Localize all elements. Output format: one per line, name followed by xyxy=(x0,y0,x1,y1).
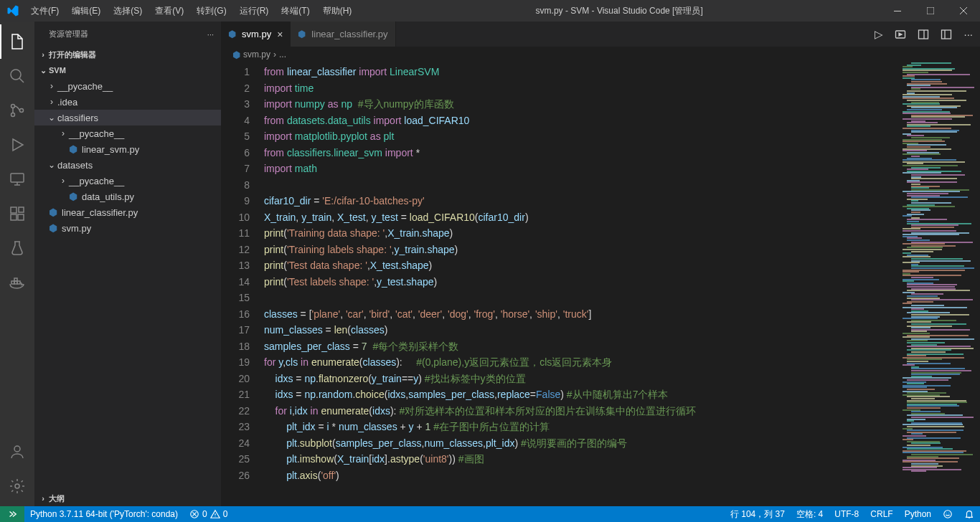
svg-rect-14 xyxy=(14,278,17,281)
svg-point-3 xyxy=(11,105,15,108)
menu-bar: 文件(F) 编辑(E) 选择(S) 查看(V) 转到(G) 运行(R) 终端(T… xyxy=(25,0,357,22)
explorer-icon[interactable] xyxy=(0,24,34,59)
chevron-right-icon: › xyxy=(273,49,276,60)
sidebar-header: 资源管理器 ··· xyxy=(34,22,221,47)
file-linear-classifier[interactable]: ⬢linear_classifier.py xyxy=(34,204,221,220)
folder-pycache[interactable]: ›__pycache__ xyxy=(34,78,221,94)
run-debug-icon[interactable] xyxy=(0,128,34,162)
tab-linear-classifier[interactable]: ⬢ linear_classifier.py xyxy=(291,22,395,47)
svg-rect-9 xyxy=(18,214,24,220)
file-data-utils[interactable]: ⬢data_utils.py xyxy=(34,189,221,204)
folder-datasets-pycache[interactable]: ›__pycache__ xyxy=(34,173,221,189)
menu-view[interactable]: 查看(V) xyxy=(149,0,189,22)
breadcrumb-more: ... xyxy=(279,49,286,60)
minimize-button[interactable] xyxy=(881,0,914,22)
svg-point-4 xyxy=(11,113,15,117)
svg-point-21 xyxy=(944,511,952,518)
editor-tabs: ⬢ svm.py × ⬢ linear_classifier.py ▷ ··· xyxy=(221,22,980,47)
outline-section[interactable]: ›大纲 xyxy=(34,490,221,506)
file-linear-svm[interactable]: ⬢linear_svm.py xyxy=(34,141,221,157)
svg-point-15 xyxy=(14,446,20,452)
remote-explorer-icon[interactable] xyxy=(0,162,34,196)
split-right-icon[interactable] xyxy=(918,29,929,40)
svg-rect-19 xyxy=(942,30,951,39)
source-control-icon[interactable] xyxy=(0,93,34,128)
close-button[interactable] xyxy=(947,0,980,22)
project-section[interactable]: ⌄SVM xyxy=(34,62,221,78)
explorer-sidebar: 资源管理器 ··· ›打开的编辑器 ⌄SVM ›__pycache__ ›.id… xyxy=(34,22,221,506)
activity-bar xyxy=(0,22,34,506)
maximize-button[interactable] xyxy=(914,0,947,22)
status-bar: Python 3.7.11 64-bit ('PyTorch': conda) … xyxy=(0,506,980,522)
line-numbers: 1234567891011121314151617181920212223242… xyxy=(221,62,264,506)
vscode-logo-icon xyxy=(0,4,25,17)
file-tree: ›__pycache__ ›.idea ⌄classifiers ›__pyca… xyxy=(34,78,221,490)
menu-go[interactable]: 转到(G) xyxy=(191,0,232,22)
tab-svm[interactable]: ⬢ svm.py × xyxy=(221,22,291,47)
svg-point-16 xyxy=(15,484,19,488)
svg-rect-8 xyxy=(11,214,17,220)
accounts-icon[interactable] xyxy=(0,435,34,469)
folder-classifiers-pycache[interactable]: ›__pycache__ xyxy=(34,125,221,141)
tab-label: svm.py xyxy=(242,29,271,39)
docker-icon[interactable] xyxy=(0,265,34,300)
folder-datasets[interactable]: ⌄datasets xyxy=(34,157,221,173)
indent-button[interactable]: 空格: 4 xyxy=(791,506,829,522)
folder-classifiers[interactable]: ⌄classifiers xyxy=(34,110,221,125)
folder-idea[interactable]: ›.idea xyxy=(34,94,221,110)
extensions-icon[interactable] xyxy=(0,196,34,231)
svg-point-2 xyxy=(11,70,21,80)
cursor-position[interactable]: 行 104，列 37 xyxy=(725,506,791,522)
sidebar-title: 资源管理器 xyxy=(49,29,88,39)
settings-icon[interactable] xyxy=(0,469,34,503)
encoding-button[interactable]: UTF-8 xyxy=(829,506,864,522)
python-file-icon: ⬢ xyxy=(228,29,236,39)
python-file-icon: ⬢ xyxy=(69,191,77,202)
svg-point-5 xyxy=(20,109,24,113)
svg-rect-7 xyxy=(11,207,17,213)
eol-button[interactable]: CRLF xyxy=(864,506,898,522)
problems-button[interactable]: 0 0 xyxy=(184,506,233,522)
notifications-icon[interactable] xyxy=(958,506,980,522)
more-icon[interactable]: ··· xyxy=(963,28,973,40)
testing-icon[interactable] xyxy=(0,231,34,265)
breadcrumb[interactable]: ⬢ svm.py › ... xyxy=(221,47,980,62)
layout-icon[interactable] xyxy=(941,29,952,40)
menu-run[interactable]: 运行(R) xyxy=(234,0,275,22)
editor-area: ⬢ svm.py × ⬢ linear_classifier.py ▷ ··· … xyxy=(221,22,980,506)
menu-file[interactable]: 文件(F) xyxy=(25,0,65,22)
code-editor[interactable]: from linear_classifier import LinearSVMi… xyxy=(264,62,901,506)
menu-edit[interactable]: 编辑(E) xyxy=(66,0,106,22)
menu-help[interactable]: 帮助(H) xyxy=(317,0,358,22)
minimap[interactable] xyxy=(901,62,980,506)
tab-label: linear_classifier.py xyxy=(311,29,387,39)
title-bar: 文件(F) 编辑(E) 选择(S) 查看(V) 转到(G) 运行(R) 终端(T… xyxy=(0,0,980,22)
svg-rect-1 xyxy=(927,7,934,14)
feedback-icon[interactable] xyxy=(937,506,958,522)
open-editors-section[interactable]: ›打开的编辑器 xyxy=(34,47,221,62)
window-title: svm.py - SVM - Visual Studio Code [管理员] xyxy=(357,5,881,17)
remote-button[interactable] xyxy=(0,506,24,522)
python-file-icon: ⬢ xyxy=(49,222,57,234)
menu-selection[interactable]: 选择(S) xyxy=(108,0,148,22)
close-tab-icon[interactable]: × xyxy=(277,29,283,40)
play-last-icon[interactable] xyxy=(895,29,906,40)
python-file-icon: ⬢ xyxy=(49,207,57,218)
python-interpreter[interactable]: Python 3.7.11 64-bit ('PyTorch': conda) xyxy=(24,506,184,522)
python-file-icon: ⬢ xyxy=(298,29,306,39)
more-icon[interactable]: ··· xyxy=(207,30,214,39)
editor-actions: ▷ ··· xyxy=(875,22,980,47)
svg-rect-18 xyxy=(919,30,928,39)
menu-terminal[interactable]: 终端(T) xyxy=(275,0,315,22)
breadcrumb-file: svm.py xyxy=(243,49,270,60)
svg-rect-10 xyxy=(19,207,24,212)
window-controls xyxy=(881,0,980,22)
file-svm[interactable]: ⬢svm.py xyxy=(34,220,221,236)
svg-rect-6 xyxy=(11,174,24,182)
language-button[interactable]: Python xyxy=(899,506,937,522)
python-file-icon: ⬢ xyxy=(232,49,240,60)
svg-rect-0 xyxy=(894,11,901,11)
run-icon[interactable]: ▷ xyxy=(875,28,883,41)
python-file-icon: ⬢ xyxy=(69,143,77,155)
search-icon[interactable] xyxy=(0,59,34,93)
